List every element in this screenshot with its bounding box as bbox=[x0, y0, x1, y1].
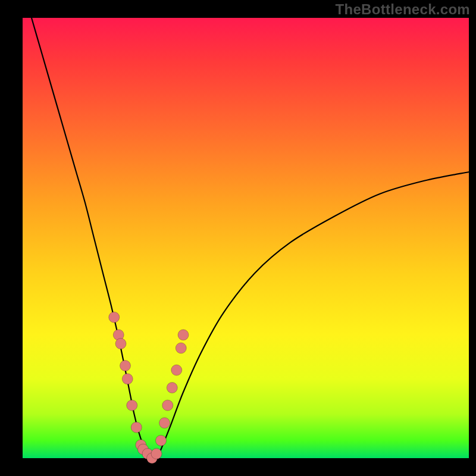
highlighted-point bbox=[171, 365, 182, 375]
bottleneck-curve bbox=[32, 18, 469, 459]
highlighted-point bbox=[122, 374, 133, 384]
highlighted-point bbox=[162, 400, 173, 411]
highlighted-point bbox=[178, 330, 189, 340]
highlighted-point bbox=[115, 339, 126, 349]
highlighted-point bbox=[109, 312, 120, 322]
watermark-text: TheBottleneck.com bbox=[336, 1, 470, 18]
highlighted-point bbox=[176, 343, 186, 353]
highlighted-points-group bbox=[109, 312, 189, 464]
highlighted-point bbox=[167, 383, 177, 393]
highlighted-point bbox=[131, 422, 142, 433]
highlighted-point bbox=[127, 400, 137, 411]
chart-frame: TheBottleneck.com bbox=[0, 0, 476, 476]
highlighted-point bbox=[156, 435, 167, 446]
highlighted-point bbox=[159, 418, 170, 428]
chart-svg bbox=[0, 0, 476, 476]
highlighted-point bbox=[151, 449, 162, 459]
highlighted-point bbox=[120, 361, 131, 371]
